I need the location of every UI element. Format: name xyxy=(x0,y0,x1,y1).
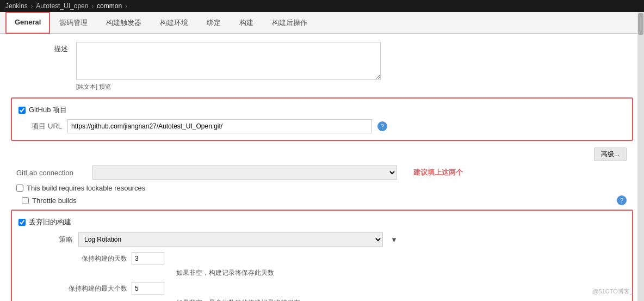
max-hint: 如果非空，最多此数目的构建记录将被保存 xyxy=(176,299,300,301)
strategy-select[interactable]: Log Rotation xyxy=(78,232,383,247)
github-url-label: 项目 URL xyxy=(18,121,62,131)
breadcrumb-sep-1: › xyxy=(31,3,33,9)
github-checkbox[interactable] xyxy=(18,107,26,114)
breadcrumb-sep-3: › xyxy=(125,3,127,9)
lockable-resources-checkbox[interactable] xyxy=(16,185,23,192)
description-row: 描述 [纯文本] 预览 xyxy=(11,42,633,91)
throttle-builds-row: Throttle builds xyxy=(16,196,77,205)
breadcrumb-sep-2: › xyxy=(91,3,94,9)
strategy-label: 策略 xyxy=(29,235,73,244)
github-advanced-button[interactable]: 高级... xyxy=(594,148,627,161)
days-label: 保持构建的天数 xyxy=(62,254,127,263)
tab-post-build[interactable]: 构建后操作 xyxy=(263,12,317,34)
recommend-text: 建议填上这两个 xyxy=(413,168,463,177)
max-label: 保持构建的最大个数 xyxy=(62,284,127,293)
scrollbar-thumb xyxy=(638,13,643,35)
top-bar: Jenkins › Autotest_UI_open › common › xyxy=(0,0,644,12)
breadcrumb-common[interactable]: common xyxy=(97,2,122,10)
gitlab-label: GitLab connection xyxy=(16,169,87,177)
days-input[interactable] xyxy=(132,252,164,265)
lockable-resources-row: This build requires lockable resources xyxy=(11,184,633,192)
tab-build[interactable]: 构建 xyxy=(230,12,263,34)
github-section: GitHub 项目 项目 URL ? xyxy=(11,97,633,141)
description-control: [纯文本] 预览 xyxy=(76,42,633,91)
github-url-row: 项目 URL ? xyxy=(18,119,626,133)
main-container: General 源码管理 构建触发器 构建环境 绑定 构建 构建后操作 描述 [… xyxy=(0,12,644,301)
tab-env[interactable]: 构建环境 xyxy=(151,12,197,34)
watermark: @51CTO博客_ xyxy=(592,287,633,296)
github-checkbox-row: GitHub 项目 xyxy=(18,105,626,115)
description-textarea[interactable] xyxy=(76,42,381,80)
description-hint[interactable]: [纯文本] 预览 xyxy=(76,83,633,91)
gitlab-row: GitLab connection 建议填上这两个 xyxy=(11,165,633,180)
github-help-icon[interactable]: ? xyxy=(377,121,387,131)
gitlab-select[interactable] xyxy=(92,165,397,180)
tab-triggers[interactable]: 构建触发器 xyxy=(97,12,151,34)
scrollbar[interactable] xyxy=(637,12,644,301)
discard-checkbox-label: 丢弃旧的构建 xyxy=(29,217,71,227)
tabs-bar: General 源码管理 构建触发器 构建环境 绑定 构建 构建后操作 xyxy=(0,12,644,34)
description-label: 描述 xyxy=(11,42,76,54)
discard-checkbox-row: 丢弃旧的构建 xyxy=(18,217,71,227)
tab-source[interactable]: 源码管理 xyxy=(50,12,97,34)
tab-general[interactable]: General xyxy=(5,12,50,34)
throttle-help-icon[interactable]: ? xyxy=(617,195,627,205)
throttle-builds-label: Throttle builds xyxy=(32,196,77,205)
breadcrumb-jenkins[interactable]: Jenkins xyxy=(5,2,28,10)
throttle-builds-checkbox[interactable] xyxy=(22,197,29,204)
tab-bind[interactable]: 绑定 xyxy=(197,12,230,34)
lockable-resources-label: This build requires lockable resources xyxy=(27,184,145,192)
max-input[interactable] xyxy=(132,282,164,295)
github-url-input[interactable] xyxy=(67,119,372,133)
content-area: 描述 [纯文本] 预览 GitHub 项目 项目 URL ? 高级... Gi xyxy=(0,34,644,301)
github-checkbox-label: GitHub 项目 xyxy=(29,105,67,115)
breadcrumb-project[interactable]: Autotest_UI_open xyxy=(36,2,88,10)
strategy-row: 策略 Log Rotation ▼ xyxy=(18,232,626,247)
days-row: 保持构建的天数 xyxy=(18,252,626,265)
max-row: 保持构建的最大个数 xyxy=(18,282,626,295)
discard-checkbox[interactable] xyxy=(18,219,26,226)
days-hint: 如果非空，构建记录将保存此天数 xyxy=(176,269,274,277)
discard-section: 丢弃旧的构建 策略 Log Rotation ▼ 保持构建的天数 如果非空，构建… xyxy=(11,210,633,301)
